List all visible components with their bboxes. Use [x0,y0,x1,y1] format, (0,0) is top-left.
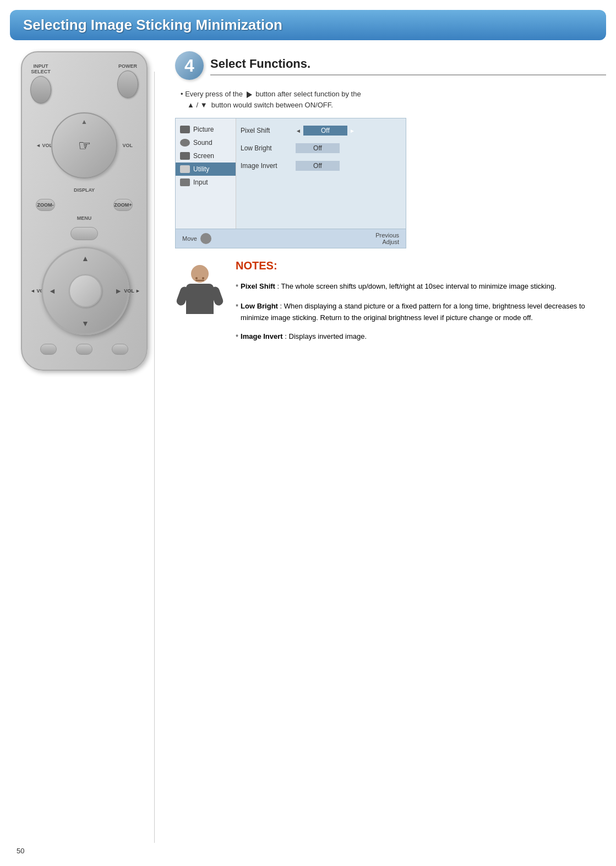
remote-top-buttons: INPUTSELECT POWER [30,63,138,104]
page-title: Selecting Image Sticking Minimization [23,17,282,34]
menu-label: MENU [77,215,92,221]
sidebar-label-input: Input [193,178,208,186]
character-body [186,284,214,314]
character-head [191,265,209,283]
image-invert-keyword: Image Invert [241,332,283,340]
sidebar-label-screen: Screen [193,152,214,160]
pixel-shift-note-text: : The whole screen shifts up/down, left/… [277,282,557,290]
pixel-shift-right-arrow: ► [350,128,355,134]
sidebar-item-sound: Sound [176,136,236,149]
sidebar-item-picture: Picture [176,123,236,136]
remote-middle-buttons: DISPLAY ZOOM- ZOOM+ MENU [30,187,138,240]
image-invert-label: Image Invert [241,162,296,170]
pixel-shift-keyword: Pixel Shift [241,282,275,290]
utility-icon [180,165,190,173]
footer-previous-label: Previous [375,232,399,239]
instruction-text: • Every press of the button after select… [175,89,606,110]
sidebar-item-input: Input [176,176,236,189]
note-low-bright-content: Low Bright : When displaying a stand pic… [241,301,606,324]
bottom-btn-2[interactable] [76,344,92,355]
hand-icon-top: ☞ [78,137,91,154]
display-label: DISPLAY [74,187,95,193]
low-bright-label: Low Bright [241,144,296,152]
power-button[interactable] [117,71,138,98]
zoom-minus-label: ZOOM- [37,202,54,208]
nav-right-arrow: ► [115,286,122,295]
step-title: Select Functions. [210,51,606,75]
zoom-plus-label: ZOOM+ [114,202,132,208]
instruction-line2: ▲ / ▼ button would switch between ON/OFF… [181,100,606,111]
page-header: Selecting Image Sticking Minimization [10,10,606,40]
character-figure [178,265,222,320]
menu-row-low-bright: Low Bright Off [241,140,401,156]
vol-right-big-label: VOL ► [124,288,140,294]
sidebar-item-utility[interactable]: Utility [176,163,236,176]
low-bright-note-text: : When displaying a stand picture or a f… [241,302,585,322]
menu-sidebar: Picture Sound Screen Utility [176,118,236,229]
pixel-shift-label: Pixel Shift [241,127,296,134]
menu-row-pixel-shift: Pixel Shift ◄ Off ► [241,123,401,138]
menu-main-area: Pixel Shift ◄ Off ► Low Bright Off Image… [236,118,406,229]
sidebar-item-screen: Screen [176,149,236,163]
notes-section: NOTES: * Pixel Shift : The whole screen … [175,259,606,351]
notes-text: NOTES: * Pixel Shift : The whole screen … [236,259,606,351]
menu-footer: Move Previous Adjust [176,229,406,248]
step-number: 4 [175,51,204,80]
bottom-btn-1[interactable] [40,344,57,355]
nav-circle-top[interactable]: ☞ [51,112,117,178]
nav-left-arrow: ◄ [48,286,56,295]
power-label: POWER [117,63,138,69]
image-invert-value: Off [296,161,340,171]
notes-title: NOTES: [236,259,606,272]
picture-icon [180,126,190,133]
nav-circle-big[interactable]: ▲ ▼ ◄ ► [41,247,129,335]
sidebar-label-utility: Utility [193,165,209,173]
sidebar-label-picture: Picture [193,126,214,133]
bottom-btn-3[interactable] [112,344,128,355]
nav-big-area: ◄ VOL ▲ ▼ ◄ ► VOL ► [30,247,140,335]
footer-move-group: Move [182,233,211,244]
input-icon [180,178,190,186]
image-invert-note-text: : Displays inverted image. [285,332,367,340]
menu-ui-inner: Picture Sound Screen Utility [176,118,406,229]
sidebar-label-sound: Sound [193,139,212,147]
character-arm-right [209,285,224,306]
notes-character [175,259,225,351]
menu-ui-panel: Picture Sound Screen Utility [175,118,406,248]
input-select-button[interactable] [30,76,51,104]
nav-down-arrow: ▼ [81,319,89,328]
nav-center-button[interactable] [69,274,102,307]
vol-left-top-label: ◄ VOL [36,143,52,148]
page-divider [154,72,155,843]
input-select-group: INPUTSELECT [30,63,51,104]
screen-icon [180,152,190,160]
nav-top-area: ◄ VOL ☞ VOL [40,112,128,178]
menu-row-image-invert: Image Invert Off [241,158,401,174]
pixel-shift-value: Off [303,126,347,136]
zoom-row: ZOOM- ZOOM+ [30,199,138,211]
footer-actions: Previous Adjust [375,232,399,245]
footer-move-label: Move [182,235,197,242]
step-header: 4 Select Functions. [175,51,606,80]
character-arm-left [175,285,190,306]
right-content: 4 Select Functions. • Every press of the… [159,51,606,371]
remote-container: INPUTSELECT POWER ◄ VOL ☞ VOL DISPLAY [10,51,159,371]
note-image-invert-content: Image Invert : Displays inverted image. [241,331,606,343]
move-icon [200,233,211,244]
zoom-plus-button[interactable]: ZOOM+ [113,199,133,211]
power-group: POWER [117,63,138,104]
low-bright-keyword: Low Bright [241,302,278,310]
note-item-pixel-shift: * Pixel Shift : The whole screen shifts … [236,281,606,293]
menu-button[interactable] [70,227,98,240]
note-item-low-bright: * Low Bright : When displaying a stand p… [236,301,606,324]
footer-adjust-label: Adjust [375,239,399,245]
vol-right-top-label: VOL [122,143,133,148]
zoom-minus-button[interactable]: ZOOM- [36,199,55,211]
nav-up-arrow: ▲ [81,254,89,263]
pixel-shift-left-arrow: ◄ [296,128,301,134]
input-select-label: INPUTSELECT [30,63,51,74]
low-bright-value: Off [296,143,340,153]
sound-icon [180,139,190,147]
note-item-image-invert: * Image Invert : Displays inverted image… [236,331,606,343]
page-number: 50 [17,847,24,855]
